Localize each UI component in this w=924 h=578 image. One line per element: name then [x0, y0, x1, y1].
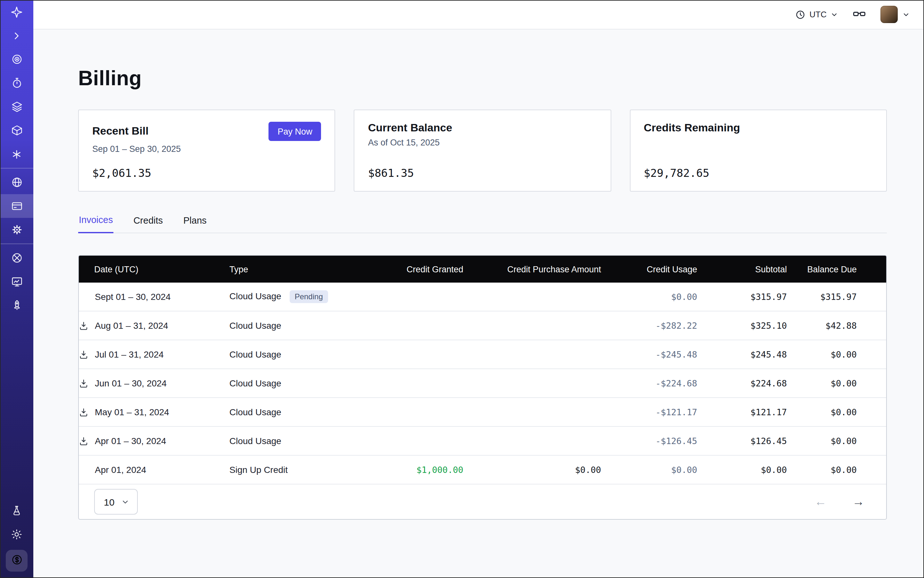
subtotal-value: $224.68 — [697, 369, 787, 398]
chevron-right-icon — [11, 30, 23, 41]
avatar — [880, 6, 898, 23]
credit-purchase-value — [463, 283, 601, 311]
balance-due-value: $0.00 — [787, 455, 887, 484]
sidebar-item-logo[interactable] — [0, 0, 33, 24]
target-icon — [11, 53, 23, 65]
credit-granted-value — [354, 311, 463, 340]
theme-toggle-button[interactable] — [0, 522, 33, 546]
page-size-value: 10 — [104, 496, 114, 507]
invoice-row[interactable]: Jun 01 – 30, 2024 Cloud Usage -$224.68 $… — [79, 369, 887, 398]
account-menu[interactable] — [880, 6, 910, 23]
globe-icon — [11, 176, 23, 188]
invoice-date: Jul 01 – 31, 2024 — [95, 349, 164, 359]
credit-granted-value — [354, 427, 463, 455]
invoice-type: Cloud Usage — [229, 407, 281, 417]
card-amount: $861.35 — [368, 167, 597, 181]
chevron-down-icon — [830, 11, 838, 18]
layers-icon — [11, 101, 23, 113]
chevron-down-icon — [902, 11, 910, 18]
card-title: Recent Bill — [92, 125, 149, 138]
pay-now-button[interactable]: Pay Now — [269, 122, 322, 141]
card-title: Credits Remaining — [644, 122, 740, 135]
credits-remaining-card: Credits Remaining $29,782.65 — [630, 110, 887, 192]
card-subtitle: Sep 01 – Sep 30, 2025 — [92, 144, 322, 156]
download-invoice-button[interactable] — [79, 349, 88, 359]
sidebar-expand-button[interactable] — [0, 24, 33, 47]
sidebar-divider — [0, 244, 33, 244]
invoice-type: Sign Up Credit — [229, 464, 288, 475]
page-title: Billing — [78, 67, 887, 90]
download-invoice-button[interactable] — [79, 407, 88, 417]
invoice-row[interactable]: Aug 01 – 31, 2024 Cloud Usage -$282.22 $… — [79, 311, 887, 340]
subtotal-value: $315.97 — [697, 283, 787, 311]
credit-granted-value: $1,000.00 — [354, 455, 463, 484]
credit-usage-value: $0.00 — [601, 283, 697, 311]
download-invoice-button[interactable] — [79, 321, 88, 330]
credit-usage-value: $0.00 — [601, 455, 697, 484]
credit-granted-value — [354, 369, 463, 398]
sidebar-item-settings[interactable] — [0, 218, 33, 242]
credits-quick-button[interactable] — [6, 550, 28, 572]
sidebar-item-timers[interactable] — [0, 71, 33, 95]
invoice-table-body: Sept 01 – 30, 2024 Cloud Usage Pending $… — [79, 283, 887, 484]
tab-invoices[interactable]: Invoices — [78, 215, 114, 233]
invoice-type: Cloud Usage — [229, 436, 281, 446]
invoice-row[interactable]: Apr 01 – 30, 2024 Cloud Usage -$126.45 $… — [79, 427, 887, 455]
glasses-icon — [852, 6, 866, 23]
invoice-row[interactable]: Apr 01, 2024 Sign Up Credit $1,000.00 $0… — [79, 455, 887, 484]
credit-purchase-value — [463, 369, 601, 398]
invoice-date: Apr 01 – 30, 2024 — [95, 436, 166, 446]
credit-purchase-value — [463, 311, 601, 340]
column-header: Subtotal — [697, 256, 787, 283]
billing-page: Billing Recent Bill Pay Now Sep 01 – Sep… — [33, 29, 924, 578]
invoice-row[interactable]: May 01 – 31, 2024 Cloud Usage -$121.17 $… — [79, 398, 887, 427]
invoice-row[interactable]: Sept 01 – 30, 2024 Cloud Usage Pending $… — [79, 283, 887, 311]
sidebar-item-layers[interactable] — [0, 95, 33, 119]
page-size-select[interactable]: 10 — [94, 489, 138, 515]
sidebar-item-deploy[interactable] — [0, 294, 33, 317]
sidebar-item-billing[interactable] — [0, 194, 33, 218]
sun-icon — [11, 528, 23, 540]
sidebar-item-labs[interactable] — [0, 498, 33, 522]
credit-purchase-value — [463, 427, 601, 455]
sidebar — [0, 0, 33, 578]
subtotal-value: $121.17 — [697, 398, 787, 427]
tab-credits[interactable]: Credits — [133, 215, 163, 232]
credit-usage-value: -$121.17 — [601, 398, 697, 427]
sidebar-item-containers[interactable] — [0, 119, 33, 142]
card-amount: $2,061.35 — [92, 167, 322, 181]
sidebar-item-services[interactable] — [0, 142, 33, 166]
sidebar-item-network[interactable] — [0, 170, 33, 194]
prev-page-button[interactable]: ← — [814, 495, 827, 509]
reader-glasses-button[interactable] — [852, 6, 866, 23]
credit-purchase-value — [463, 340, 601, 369]
credit-usage-value: -$224.68 — [601, 369, 697, 398]
subtotal-value: $126.45 — [697, 427, 787, 455]
timer-icon — [11, 77, 23, 89]
gear-icon — [11, 224, 23, 236]
next-page-button[interactable]: → — [852, 495, 864, 509]
billing-card-icon — [11, 200, 23, 212]
download-invoice-button[interactable] — [79, 436, 88, 446]
tab-plans[interactable]: Plans — [183, 215, 207, 232]
timezone-selector[interactable]: UTC — [796, 9, 838, 19]
balance-due-value: $0.00 — [787, 340, 887, 369]
logo-icon — [10, 5, 23, 18]
sidebar-item-targets[interactable] — [0, 47, 33, 71]
credit-granted-value — [354, 398, 463, 427]
rocket-icon — [11, 299, 23, 312]
credit-granted-value — [354, 340, 463, 369]
asterisk-icon — [11, 148, 23, 160]
invoices-table: Date (UTC)TypeCredit GrantedCredit Purch… — [78, 255, 887, 520]
sidebar-divider — [0, 168, 33, 169]
summary-cards: Recent Bill Pay Now Sep 01 – Sep 30, 202… — [78, 110, 887, 192]
sidebar-item-console[interactable] — [0, 270, 33, 294]
sidebar-item-support[interactable] — [0, 246, 33, 270]
download-invoice-button[interactable] — [79, 378, 88, 388]
invoice-type: Cloud Usage — [229, 291, 281, 301]
invoice-row[interactable]: Jul 01 – 31, 2024 Cloud Usage -$245.48 $… — [79, 340, 887, 369]
subtotal-value: $0.00 — [697, 455, 787, 484]
display-icon — [11, 276, 23, 288]
topbar: UTC — [33, 0, 924, 29]
invoice-type: Cloud Usage — [229, 320, 281, 331]
